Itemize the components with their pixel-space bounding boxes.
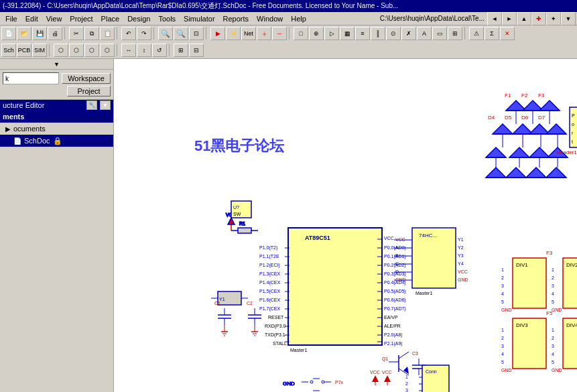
erc-btn[interactable]: ⚠ bbox=[469, 27, 484, 40]
new-btn[interactable]: 📄 bbox=[1, 27, 16, 40]
menu-simulator[interactable]: Simulator bbox=[180, 13, 218, 24]
rect-btn[interactable]: ▭ bbox=[432, 27, 447, 40]
svg-text:1: 1 bbox=[552, 267, 554, 272]
svg-text:VCC: VCC bbox=[458, 269, 468, 274]
struct-icon-btn1[interactable]: 🔧 bbox=[86, 101, 97, 110]
sep2 bbox=[117, 27, 119, 40]
svg-text:C1: C1 bbox=[214, 301, 220, 306]
collapse-arrow[interactable]: ▼ bbox=[0, 59, 113, 70]
port-btn[interactable]: ▷ bbox=[324, 27, 339, 40]
annotate-btn[interactable]: Σ bbox=[485, 27, 499, 40]
toolbar-row-2: Sch PCB SIM ⬡ ⬡ ⬡ ⬡ ↔ ↕ ↺ ⊞ ⊟ bbox=[0, 42, 577, 59]
ungroup-btn[interactable]: ⊟ bbox=[189, 44, 204, 57]
svg-text:DIV3: DIV3 bbox=[516, 322, 528, 328]
nav-forward-btn[interactable]: ► bbox=[502, 12, 517, 25]
struct-icon-btn2[interactable]: ▼ bbox=[100, 101, 111, 110]
gnd-btn[interactable]: ⏚ bbox=[257, 27, 271, 40]
flip-v-btn[interactable]: ↕ bbox=[137, 44, 151, 57]
print-btn[interactable]: 🖨 bbox=[48, 27, 62, 40]
align-right-btn[interactable]: ⬡ bbox=[69, 44, 84, 57]
zoom-fit-btn[interactable]: ⊡ bbox=[189, 27, 204, 40]
left-dropdown[interactable]: k bbox=[3, 72, 59, 84]
menu-edit[interactable]: Edit bbox=[21, 13, 42, 24]
zoom-out-btn[interactable]: 🔍 bbox=[174, 27, 188, 40]
workspace-btn[interactable]: Workspace bbox=[62, 73, 111, 84]
menu-file[interactable]: File bbox=[1, 13, 21, 24]
align-bottom-btn[interactable]: ⬡ bbox=[100, 44, 115, 57]
svg-text:3: 3 bbox=[552, 344, 554, 348]
zoom-in-btn[interactable]: 🔍 bbox=[158, 27, 173, 40]
workspace-row: k Workspace bbox=[3, 72, 111, 84]
svg-marker-24 bbox=[506, 168, 526, 178]
wire-btn[interactable]: ─ bbox=[272, 27, 287, 40]
redo-btn[interactable]: ↷ bbox=[137, 27, 151, 40]
svg-text:2: 2 bbox=[501, 336, 504, 340]
group-btn[interactable]: ⊞ bbox=[174, 44, 188, 57]
svg-marker-28 bbox=[546, 168, 566, 178]
svg-text:F3: F3 bbox=[538, 92, 545, 99]
menu-window[interactable]: Window bbox=[253, 13, 287, 24]
align-top-btn[interactable]: ⬡ bbox=[84, 44, 99, 57]
menu-project[interactable]: Project bbox=[66, 13, 97, 24]
menu-reports[interactable]: Reports bbox=[219, 13, 253, 24]
zoom-btn[interactable]: ✚ bbox=[531, 12, 546, 25]
title-bar: (-391.22084) - C:\Users\huqin\AppData\Lo… bbox=[0, 0, 577, 12]
bus-btn[interactable]: ║ bbox=[371, 27, 385, 40]
nav-back-btn[interactable]: ◄ bbox=[487, 12, 502, 25]
delete-btn[interactable]: ✕ bbox=[500, 27, 515, 40]
flip-h-btn[interactable]: ↔ bbox=[121, 44, 136, 57]
menu-place[interactable]: Place bbox=[97, 13, 124, 24]
svg-text:1: 1 bbox=[552, 328, 554, 332]
open-btn[interactable]: 📂 bbox=[17, 27, 31, 40]
menu-view[interactable]: View bbox=[42, 13, 66, 24]
sim2-btn[interactable]: SIM bbox=[32, 44, 47, 57]
project-btn[interactable]: Project bbox=[67, 86, 111, 96]
sep4 bbox=[206, 27, 208, 40]
power-btn[interactable]: ⊕ bbox=[309, 27, 324, 40]
nav-up-btn[interactable]: ▲ bbox=[517, 12, 531, 25]
svg-text:P: P bbox=[572, 113, 575, 118]
no-erc-btn[interactable]: ✗ bbox=[401, 27, 416, 40]
junction-btn[interactable]: ⊙ bbox=[386, 27, 401, 40]
svg-text:GND: GND bbox=[501, 308, 512, 312]
svg-text:STALL: STALL bbox=[273, 341, 287, 346]
svg-text:P2.0(A8): P2.0(A8) bbox=[384, 332, 403, 338]
compile-btn[interactable]: ▶ bbox=[210, 27, 225, 40]
text-btn[interactable]: A bbox=[417, 27, 432, 40]
sim-btn[interactable]: ⚡ bbox=[226, 27, 241, 40]
schematic-canvas[interactable]: 51黑电子论坛 bbox=[114, 59, 577, 392]
svg-text:74HC...: 74HC... bbox=[419, 233, 437, 239]
pan-btn[interactable]: ✦ bbox=[546, 12, 561, 25]
cut-btn[interactable]: ✂ bbox=[69, 27, 84, 40]
menu-tools[interactable]: Tools bbox=[154, 13, 180, 24]
rotate-btn[interactable]: ↺ bbox=[152, 44, 167, 57]
copy-btn[interactable]: ⧉ bbox=[84, 27, 99, 40]
config-btn[interactable]: ▼ bbox=[561, 12, 576, 25]
sheet-btn[interactable]: ▦ bbox=[340, 27, 355, 40]
menu-design[interactable]: Design bbox=[123, 13, 154, 24]
pcb-btn[interactable]: PCB bbox=[17, 44, 31, 57]
svg-text:Conn: Conn bbox=[426, 369, 437, 374]
cross-ref-btn[interactable]: ⊞ bbox=[448, 27, 462, 40]
svg-marker-16 bbox=[509, 147, 529, 157]
undo-btn[interactable]: ↶ bbox=[121, 27, 136, 40]
svg-text:P2.1(A9): P2.1(A9) bbox=[384, 341, 403, 346]
svg-text:5: 5 bbox=[501, 300, 504, 304]
paste-btn[interactable]: 📋 bbox=[100, 27, 115, 40]
align-left-btn[interactable]: ⬡ bbox=[54, 44, 68, 57]
tree-item-documents[interactable]: ▶ ocuments bbox=[0, 123, 113, 135]
svg-marker-191 bbox=[228, 218, 235, 224]
save-btn[interactable]: 💾 bbox=[32, 27, 47, 40]
comp-btn[interactable]: □ bbox=[294, 27, 308, 40]
menu-bar: File Edit View Project Place Design Tool… bbox=[0, 12, 577, 25]
tree-header: ments bbox=[0, 111, 113, 123]
schlib-btn[interactable]: Sch bbox=[1, 44, 16, 57]
svg-text:P1.2(ECI): P1.2(ECI) bbox=[259, 263, 280, 268]
net-btn[interactable]: Net bbox=[241, 27, 256, 40]
svg-text:P0.6(AD6): P0.6(AD6) bbox=[384, 298, 406, 303]
tree-item-schdoc[interactable]: 📄 SchDoc 🔒 bbox=[0, 135, 113, 147]
menu-help[interactable]: Help bbox=[287, 13, 310, 24]
harness-btn[interactable]: ≡ bbox=[355, 27, 370, 40]
svg-text:3: 3 bbox=[552, 283, 554, 288]
svg-marker-8 bbox=[513, 124, 533, 134]
